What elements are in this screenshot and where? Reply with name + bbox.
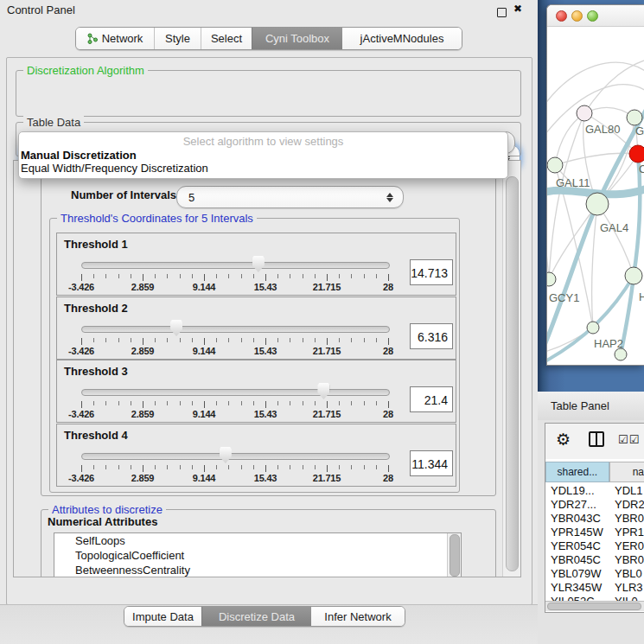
threshold-value-field[interactable]: 21.4 — [410, 386, 453, 412]
slider-track[interactable] — [81, 389, 390, 396]
bottom-tab-bar: Impute DataDiscretize DataInfer Network — [124, 606, 405, 627]
tick-mark — [216, 274, 217, 278]
node-bottom[interactable] — [615, 348, 627, 360]
table-row[interactable]: YBL079WYBL0 — [545, 567, 644, 581]
tick-mark — [93, 338, 94, 342]
slider-thumb[interactable] — [220, 447, 232, 463]
scrollbar-thumb[interactable] — [547, 603, 641, 610]
close-icon[interactable]: ✖ — [513, 3, 522, 15]
node-label-ga: GA — [635, 124, 644, 137]
network-window-titlebar[interactable] — [547, 5, 644, 27]
scrollbar-thumb[interactable] — [506, 176, 519, 571]
slider-thumb[interactable] — [252, 256, 265, 272]
group-title: Discretization Algorithm — [23, 64, 148, 77]
slider-track[interactable] — [81, 326, 390, 333]
numerical-attributes-label: Numerical Attributes — [48, 515, 157, 528]
edge[interactable] — [597, 204, 634, 276]
tick-mark — [265, 401, 266, 408]
tick-mark — [180, 274, 181, 278]
table-row[interactable]: YDR27...YDR2 — [545, 498, 644, 512]
table-row[interactable]: YDL19...YDL1 — [545, 484, 644, 498]
slider-thumb[interactable] — [317, 383, 329, 399]
tab-discretize-data[interactable]: Discretize Data — [201, 607, 311, 626]
tick-mark — [81, 338, 82, 345]
checkbox-icons[interactable]: ☑☑ — [618, 433, 640, 446]
float-window-icon[interactable] — [497, 8, 507, 17]
tick-mark — [364, 401, 365, 405]
slider-thumb[interactable] — [170, 320, 182, 336]
tick-label: 21.715 — [296, 409, 357, 419]
tick-mark — [290, 401, 290, 405]
horizontal-scrollbar[interactable] — [545, 601, 644, 611]
tick-mark — [265, 274, 266, 281]
popup-option-equal-width[interactable]: Equal Width/Frequency Discretization — [21, 162, 208, 175]
network-canvas[interactable]: GAL80GACGAL11GAL4GCY1HHAP2 — [547, 26, 644, 364]
GAL80-node[interactable] — [577, 105, 592, 121]
table-row[interactable]: YBR043CYBR0 — [545, 512, 644, 526]
tab-style[interactable]: Style — [154, 28, 201, 49]
tick-mark — [180, 338, 181, 342]
numerical-attributes-list[interactable]: SelfLoopsTopologicalCoefficientBetweenne… — [54, 532, 462, 577]
tick-label: 15.43 — [235, 346, 296, 356]
threshold-value-field[interactable]: 6.316 — [410, 323, 453, 349]
edge[interactable] — [547, 62, 644, 108]
group-title: Table Data — [23, 116, 84, 129]
edge[interactable] — [555, 113, 584, 165]
node-h[interactable] — [625, 267, 642, 284]
cell-name: YBR0 — [611, 512, 644, 526]
node-top-right[interactable] — [627, 110, 642, 125]
threshold-value-field[interactable]: 14.713 — [410, 259, 453, 285]
num-intervals-select[interactable]: 5 — [176, 186, 404, 208]
slider-track[interactable] — [81, 262, 390, 269]
tick-mark — [118, 274, 119, 278]
tab-select[interactable]: Select — [201, 28, 252, 49]
tick-mark — [118, 338, 119, 342]
edge[interactable] — [547, 226, 549, 279]
minimize-traffic-light-icon[interactable] — [571, 10, 583, 22]
gear-icon[interactable]: ⚙ — [556, 430, 571, 450]
tick-mark — [228, 465, 229, 469]
red-node[interactable] — [629, 145, 644, 163]
slider-track[interactable] — [81, 453, 390, 460]
threshold-panel-4: Threshold 4-3.4262.8599.14415.4321.71528… — [56, 424, 456, 487]
tab-jactivemnodules[interactable]: jActiveMNodules — [342, 28, 462, 49]
top-tab-bar: NetworkStyleSelectCyni ToolboxjActiveMNo… — [75, 27, 462, 50]
table-row[interactable]: YER054CYER0 — [545, 539, 644, 553]
list-item[interactable]: BetweennessCentrality — [54, 563, 461, 577]
popup-option-manual[interactable]: Manual Discretization — [21, 149, 137, 162]
node-label-hap2: HAP2 — [594, 337, 623, 350]
tick-mark — [143, 401, 143, 408]
table-panel-titlebar[interactable]: Table Panel — [538, 392, 644, 421]
tick-mark — [303, 338, 303, 342]
tick-mark — [376, 274, 377, 278]
table-row[interactable]: YLR345WYLR3 — [545, 581, 644, 595]
threshold-value-field[interactable]: 11.344 — [410, 450, 453, 476]
close-traffic-light-icon[interactable] — [556, 10, 567, 22]
tick-label: -3.426 — [51, 473, 112, 483]
GCY1-node[interactable] — [547, 272, 556, 286]
GAL11-node[interactable] — [547, 157, 563, 173]
threshold-panel-3: Threshold 3-3.4262.8599.14415.4321.71528… — [56, 360, 456, 423]
column-header-na[interactable]: na — [609, 462, 644, 482]
list-item[interactable]: TopologicalCoefficient — [54, 548, 461, 563]
vertical-scrollbar[interactable] — [502, 161, 520, 577]
table-row[interactable]: YBR045CYBR0 — [545, 553, 644, 567]
tick-mark — [180, 401, 181, 405]
table-row[interactable]: YPR145WYPR1 — [545, 526, 644, 539]
threshold-label: Threshold 1 — [64, 238, 128, 251]
GAL4-node[interactable] — [586, 193, 609, 215]
tick-label: 2.859 — [112, 409, 173, 419]
HAP2-node[interactable] — [587, 322, 599, 334]
column-header-shared-[interactable]: shared... — [545, 462, 609, 482]
zoom-traffic-light-icon[interactable] — [587, 10, 598, 22]
tab-impute-data[interactable]: Impute Data — [124, 607, 201, 626]
tab-cyni-toolbox[interactable]: Cyni Toolbox — [252, 28, 342, 49]
tick-mark — [216, 338, 217, 342]
tab-infer-network[interactable]: Infer Network — [311, 607, 405, 626]
list-item[interactable]: SelfLoops — [54, 533, 461, 548]
tab-network[interactable]: Network — [76, 28, 154, 49]
tick-label: 2.859 — [112, 473, 173, 483]
split-columns-icon[interactable] — [589, 431, 604, 447]
list-scrollbar[interactable] — [447, 533, 461, 577]
edge[interactable] — [592, 204, 597, 328]
